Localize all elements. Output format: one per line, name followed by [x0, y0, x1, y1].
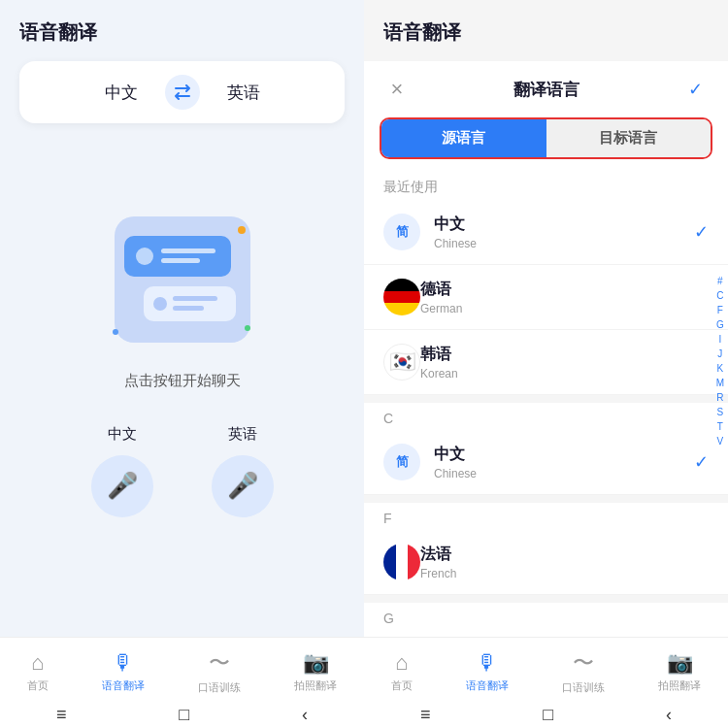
bottom-nav-right: ⌂ 首页 🎙 语音翻译 〜 口语训练 📷 拍照翻译: [364, 637, 728, 705]
swap-button[interactable]: [165, 75, 200, 110]
list-item-de-g[interactable]: 德语 German: [364, 630, 728, 637]
menu-icon[interactable]: ≡: [56, 705, 67, 725]
mic-row: 中文 🎤 英语 🎤: [91, 425, 274, 517]
zh-check-recent: ✓: [694, 221, 709, 243]
modal-title: 翻译语言: [513, 79, 579, 101]
illus-line: [161, 248, 215, 253]
right-nav-label-photo: 拍照翻译: [658, 678, 701, 693]
right-nav-label-home: 首页: [391, 678, 413, 693]
zh-name-recent: 中文: [434, 215, 694, 235]
mic-right-button[interactable]: 🎤: [212, 455, 274, 517]
language-list: 最近使用 简 中文 Chinese ✓: [364, 171, 728, 637]
list-item-zh-c[interactable]: 简 中文 Chinese ✓: [364, 430, 728, 495]
home-system-icon[interactable]: □: [179, 705, 189, 725]
alpha-t[interactable]: T: [717, 420, 723, 434]
right-home-sys-icon[interactable]: □: [543, 705, 553, 725]
language-modal: × 翻译语言 ✓ 源语言 目标语言 最近使用 简 中文 Chinese: [364, 61, 728, 637]
illus-dot-green: [245, 325, 250, 331]
tab-source-language[interactable]: 源语言: [381, 119, 546, 157]
nav-label-photo: 拍照翻译: [294, 678, 337, 693]
alpha-v[interactable]: V: [716, 435, 723, 448]
zh-check-c: ✓: [694, 451, 709, 473]
alpha-c[interactable]: C: [716, 289, 723, 303]
nav-item-right-home[interactable]: ⌂ 首页: [391, 650, 413, 693]
source-language-button[interactable]: 中文: [89, 78, 153, 108]
tab-container: 源语言 目标语言: [380, 117, 712, 159]
de-flag-recent: [383, 279, 420, 315]
kr-flag-recent: 🇰🇷: [383, 344, 420, 381]
illus-dot-orange: [238, 226, 246, 234]
list-item-zh-recent[interactable]: 简 中文 Chinese ✓: [364, 200, 728, 265]
nav-label-oral: 口语训练: [198, 680, 241, 695]
list-item-kr-recent[interactable]: 🇰🇷 韩语 Korean: [364, 330, 728, 395]
de-sub-recent: German: [420, 302, 709, 315]
zh-text-c: 中文 Chinese: [434, 445, 694, 480]
tab-row: 源语言 目标语言: [381, 119, 711, 157]
photo-icon: 📷: [303, 650, 329, 676]
alpha-s[interactable]: S: [716, 406, 723, 419]
right-back-icon[interactable]: ‹: [666, 705, 672, 725]
alpha-k[interactable]: K: [716, 362, 723, 376]
nav-item-photo[interactable]: 📷 拍照翻译: [294, 650, 337, 693]
mic-item-right: 英语 🎤: [212, 425, 274, 517]
illus-line2: [173, 296, 217, 301]
zh-sub-c: Chinese: [434, 467, 694, 480]
alpha-g[interactable]: G: [716, 318, 724, 332]
fr-text: 法语 French: [420, 545, 709, 580]
system-nav-bar-right: ≡ □ ‹: [364, 705, 728, 728]
system-nav-bar-left: ≡ □ ‹: [0, 705, 364, 728]
illustration-area: 点击按钮开始聊天 中文 🎤 英语 🎤: [91, 123, 274, 637]
left-panel: 语音翻译 中文 英语: [0, 0, 364, 728]
zh-flag-recent: 简: [383, 214, 420, 250]
modal-close-button[interactable]: ×: [383, 77, 411, 102]
alpha-hash[interactable]: #: [717, 275, 723, 288]
nav-item-oral[interactable]: 〜 口语训练: [198, 648, 241, 695]
kr-text-recent: 韩语 Korean: [420, 345, 709, 381]
nav-item-right-oral[interactable]: 〜 口语训练: [562, 648, 605, 695]
fr-sub: French: [420, 567, 709, 580]
section-c-label: C: [364, 403, 728, 430]
right-menu-icon[interactable]: ≡: [420, 705, 431, 725]
illus-lines: [161, 248, 215, 263]
recent-section-label: 最近使用: [364, 171, 728, 200]
section-divider-g: [364, 595, 728, 603]
illus-dot-blue: [113, 329, 118, 335]
target-language-button[interactable]: 英语: [212, 78, 276, 108]
illus-line3: [173, 306, 204, 311]
alpha-r[interactable]: R: [716, 391, 723, 405]
mic-left-icon: 🎤: [107, 471, 138, 501]
bottom-nav-left: ⌂ 首页 🎙 语音翻译 〜 口语训练 📷 拍照翻译: [0, 637, 364, 705]
right-nav-label-oral: 口语训练: [562, 680, 605, 695]
kr-name-recent: 韩语: [420, 345, 709, 365]
modal-header: × 翻译语言 ✓: [364, 61, 728, 117]
list-item-fr[interactable]: 法语 French: [364, 530, 728, 595]
section-f-label: F: [364, 503, 728, 530]
alpha-m[interactable]: M: [716, 377, 724, 390]
right-home-icon: ⌂: [395, 650, 408, 676]
nav-item-right-translate[interactable]: 🎙 语音翻译: [466, 650, 509, 693]
mic-right-label: 英语: [228, 425, 257, 444]
nav-label-home: 首页: [27, 678, 49, 693]
right-panel: 语音翻译 × 翻译语言 ✓ 源语言 目标语言 最近使用 简 中文: [364, 0, 728, 728]
nav-item-home[interactable]: ⌂ 首页: [27, 650, 49, 693]
alpha-i[interactable]: I: [718, 333, 721, 347]
right-oral-icon: 〜: [573, 648, 594, 678]
zh-name-c: 中文: [434, 445, 694, 465]
mic-item-left: 中文 🎤: [91, 425, 153, 517]
back-icon[interactable]: ‹: [302, 705, 308, 725]
alpha-f[interactable]: F: [717, 304, 723, 317]
illustration: [105, 207, 260, 352]
home-icon: ⌂: [31, 650, 44, 676]
zh-flag-c: 简: [383, 444, 420, 480]
zh-text-recent: 中文 Chinese: [434, 215, 694, 250]
mic-left-button[interactable]: 🎤: [91, 455, 153, 517]
nav-item-translate[interactable]: 🎙 语音翻译: [102, 650, 145, 693]
list-item-de-recent[interactable]: 德语 German: [364, 265, 728, 330]
illus-lines2: [173, 296, 217, 311]
mic-left-label: 中文: [108, 425, 137, 444]
modal-confirm-button[interactable]: ✓: [681, 79, 709, 100]
tab-target-language[interactable]: 目标语言: [546, 119, 711, 157]
nav-item-right-photo[interactable]: 📷 拍照翻译: [658, 650, 701, 693]
right-panel-content: × 翻译语言 ✓ 源语言 目标语言 最近使用 简 中文 Chinese: [364, 61, 728, 728]
alpha-j[interactable]: J: [717, 347, 722, 361]
